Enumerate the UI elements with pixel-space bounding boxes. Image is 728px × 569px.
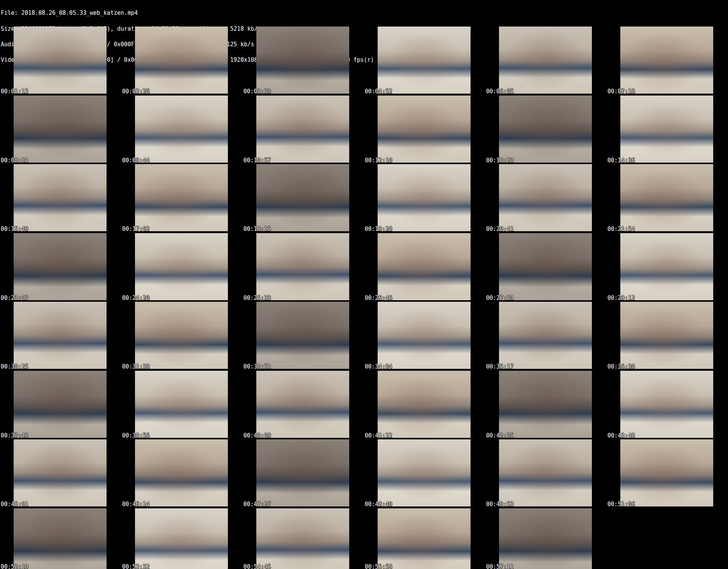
video-thumbnail	[378, 371, 471, 438]
timestamp-label: 00:35:17	[486, 364, 513, 370]
video-thumbnail	[135, 302, 228, 369]
video-thumbnail	[256, 96, 349, 163]
timestamp-label: 00:01:13	[1, 89, 28, 94]
timestamp-label: 00:30:25	[1, 364, 28, 370]
video-thumbnail	[14, 96, 107, 163]
video-thumbnail	[135, 27, 228, 94]
timestamp-label: 00:09:44	[122, 158, 149, 163]
video-thumbnail	[378, 302, 471, 369]
video-thumbnail	[378, 508, 471, 569]
file-info-line: File: 2018.08.26_08.05.33_web_katzen.mp4	[1, 11, 374, 16]
timestamp-label: 00:54:45	[243, 564, 271, 569]
timestamp-label: 00:02:26	[122, 89, 149, 94]
video-thumbnail	[135, 508, 228, 569]
video-thumbnail	[499, 508, 592, 569]
video-thumbnail	[499, 27, 592, 94]
timestamp-label: 00:52:19	[1, 564, 28, 569]
timestamp-label: 00:07:18	[607, 89, 635, 94]
timestamp-label: 00:36:30	[607, 364, 635, 370]
timestamp-label: 00:13:23	[486, 158, 513, 163]
video-thumbnail	[499, 439, 592, 506]
timestamp-label: 00:47:27	[243, 502, 271, 507]
timestamp-label: 00:46:14	[122, 502, 149, 507]
video-thumbnail	[378, 164, 471, 231]
video-thumbnail	[499, 96, 592, 163]
timestamp-label: 00:06:05	[486, 89, 513, 94]
timestamp-label: 00:43:48	[607, 433, 635, 439]
timestamp-label: 00:10:57	[243, 158, 271, 163]
video-thumbnail	[14, 371, 107, 438]
video-thumbnail	[620, 96, 713, 163]
video-thumbnail	[499, 371, 592, 438]
timestamp-label: 00:31:38	[122, 364, 149, 370]
video-thumbnail	[14, 27, 107, 94]
timestamp-label: 00:34:04	[365, 364, 392, 370]
timestamp-label: 00:29:12	[607, 295, 635, 301]
video-thumbnail	[378, 96, 471, 163]
video-thumbnail	[620, 233, 713, 300]
timestamp-label: 00:26:46	[365, 295, 392, 301]
timestamp-label: 00:19:28	[365, 226, 392, 232]
timestamp-label: 00:48:40	[365, 502, 392, 507]
video-thumbnail	[378, 233, 471, 300]
video-thumbnail	[256, 371, 349, 438]
timestamp-label: 00:38:56	[122, 433, 149, 439]
video-thumbnail	[499, 302, 592, 369]
video-thumbnail	[14, 508, 107, 569]
timestamp-label: 00:14:36	[607, 158, 635, 163]
video-thumbnail	[14, 439, 107, 506]
video-thumbnail	[378, 27, 471, 94]
video-thumbnail	[135, 439, 228, 506]
timestamp-label: 00:15:49	[1, 226, 28, 232]
video-thumbnail	[620, 302, 713, 369]
timestamp-label: 00:12:10	[365, 158, 392, 163]
timestamp-label: 00:42:35	[486, 433, 513, 439]
timestamp-label: 00:18:15	[243, 226, 271, 232]
video-thumbnail	[14, 164, 107, 231]
video-thumbnail	[14, 302, 107, 369]
video-thumbnail	[256, 508, 349, 569]
timestamp-label: 00:20:41	[486, 226, 513, 232]
timestamp-label: 00:08:31	[1, 158, 28, 163]
timestamp-label: 00:51:06	[607, 502, 635, 507]
timestamp-label: 00:37:43	[1, 433, 28, 439]
video-thumbnail	[135, 164, 228, 231]
video-thumbnail	[620, 439, 713, 506]
timestamp-label: 00:55:58	[365, 564, 392, 569]
video-thumbnail	[135, 371, 228, 438]
video-thumbnail	[620, 371, 713, 438]
timestamp-label: 00:04:52	[365, 89, 392, 94]
video-thumbnail	[256, 233, 349, 300]
video-thumbnail	[256, 27, 349, 94]
video-thumbnail	[256, 164, 349, 231]
timestamp-label: 00:53:32	[122, 564, 149, 569]
timestamp-label: 00:32:51	[243, 364, 271, 370]
timestamp-label: 00:40:09	[243, 433, 271, 439]
video-thumbnail	[620, 164, 713, 231]
video-thumbnail	[256, 439, 349, 506]
timestamp-label: 00:27:59	[486, 295, 513, 301]
video-thumbnail	[14, 233, 107, 300]
timestamp-label: 00:03:39	[243, 89, 271, 94]
video-thumbnail	[135, 233, 228, 300]
video-thumbnail	[620, 27, 713, 94]
video-thumbnail	[256, 302, 349, 369]
timestamp-label: 00:21:54	[607, 226, 635, 232]
timestamp-label: 00:57:11	[486, 564, 513, 569]
video-thumbnail	[499, 233, 592, 300]
timestamp-label: 00:41:22	[365, 433, 392, 439]
timestamp-label: 00:23:07	[1, 295, 28, 301]
video-thumbnail	[378, 439, 471, 506]
timestamp-label: 00:45:01	[1, 502, 28, 507]
video-thumbnail	[499, 164, 592, 231]
timestamp-label: 00:25:33	[243, 295, 271, 301]
timestamp-label: 00:17:02	[122, 226, 149, 232]
timestamp-label: 00:24:20	[122, 295, 149, 301]
timestamp-label: 00:49:53	[486, 502, 513, 507]
contact-sheet: File: 2018.08.26_08.05.33_web_katzen.mp4…	[0, 0, 728, 569]
video-thumbnail	[135, 96, 228, 163]
